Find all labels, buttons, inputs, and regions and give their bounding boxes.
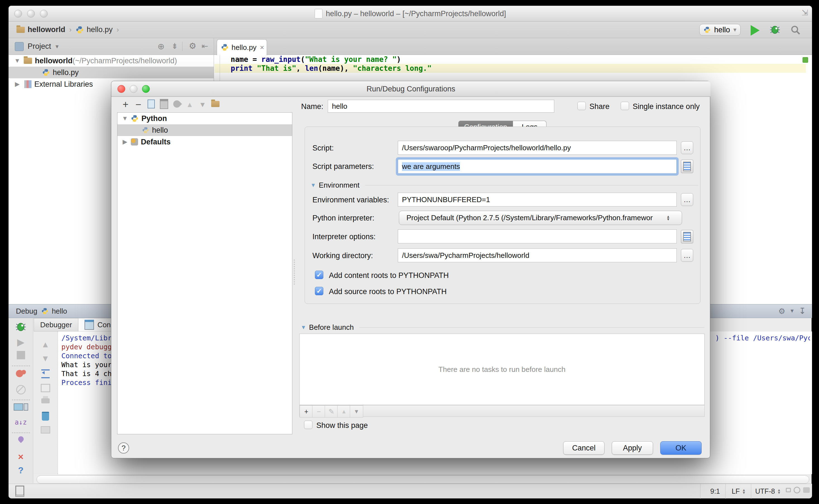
run-configuration-select[interactable]: hello ▾ <box>699 24 741 36</box>
python-interpreter-select[interactable]: Project Default (Python 2.7.5 (/System/L… <box>399 211 682 225</box>
tab-debugger[interactable]: Debugger <box>34 318 78 331</box>
add-task-icon[interactable]: + <box>299 405 313 418</box>
script-field[interactable]: /Users/swaroop/PycharmProjects/helloworl… <box>398 141 677 155</box>
environment-section-header[interactable]: ▼ Environment <box>310 181 698 190</box>
chevron-down-icon[interactable]: ▾ <box>791 307 794 314</box>
stop-icon[interactable] <box>9 351 33 360</box>
tree-row-hello-py[interactable]: hello.py <box>9 67 214 78</box>
tree-row-project-root[interactable]: ▼ helloworld (~/PycharmProjects/hellowor… <box>9 55 214 67</box>
gear-icon[interactable]: ⚙ <box>189 41 196 51</box>
up-stack-frame-icon[interactable]: ▲ <box>33 340 57 349</box>
project-panel-title[interactable]: Project <box>28 42 51 51</box>
resize-icon[interactable]: ⇲ <box>802 8 808 17</box>
remove-task-icon[interactable]: − <box>312 405 325 418</box>
breadcrumb-file[interactable]: hello.py <box>87 25 113 34</box>
create-folder-icon[interactable] <box>209 101 222 108</box>
mute-breakpoints-icon[interactable] <box>9 385 33 396</box>
horizontal-scrollbar[interactable] <box>37 475 809 484</box>
inspection-status-indicator[interactable] <box>803 57 808 63</box>
dialog-help-button[interactable]: ? <box>118 442 129 454</box>
restore-layout-icon[interactable] <box>9 403 33 412</box>
script-parameters-field[interactable]: we are arguments <box>398 159 677 174</box>
pin-tab-icon[interactable] <box>9 436 33 443</box>
run-button[interactable] <box>751 25 760 36</box>
before-launch-section-header[interactable]: ▼ Before launch <box>301 323 704 332</box>
zoom-dialog-icon[interactable] <box>142 85 150 93</box>
print-icon[interactable] <box>33 398 57 404</box>
script-browse-button[interactable]: … <box>681 141 693 154</box>
breadcrumb-project[interactable]: helloworld <box>28 25 65 34</box>
section-collapse-icon[interactable]: ▼ <box>310 182 316 188</box>
help-icon[interactable]: ? <box>9 465 33 476</box>
hector-inspections-icon[interactable] <box>794 487 800 493</box>
editor-tab-hello-py[interactable]: hello.py × <box>217 39 267 55</box>
environment-browse-button[interactable]: … <box>681 193 693 206</box>
tree-row-hello-config[interactable]: hello <box>117 124 292 136</box>
search-icon[interactable] <box>790 25 801 35</box>
locate-file-icon[interactable]: ⊕ <box>158 42 165 51</box>
tree-collapsed-icon[interactable]: ▶ <box>120 138 130 146</box>
splitter-handle[interactable] <box>294 260 295 285</box>
down-stack-frame-icon[interactable]: ▼ <box>33 354 57 363</box>
debug-button[interactable] <box>769 25 781 35</box>
working-directory-browse-button[interactable]: … <box>681 249 693 262</box>
event-log-bubble-icon[interactable] <box>803 487 810 493</box>
dialog-titlebar[interactable]: Run/Debug Configurations <box>111 81 711 97</box>
close-tab-icon[interactable]: × <box>260 43 264 52</box>
move-up-icon[interactable]: ▲ <box>183 100 196 109</box>
chevron-down-icon[interactable]: ▾ <box>55 43 59 50</box>
collapse-all-icon[interactable]: ⇟ <box>171 42 178 51</box>
section-collapse-icon[interactable]: ▼ <box>301 324 306 331</box>
rerun-command-icon[interactable] <box>33 369 57 379</box>
copy-configuration-icon[interactable] <box>145 100 158 110</box>
expand-parameters-button[interactable] <box>681 160 693 173</box>
edit-defaults-icon[interactable] <box>170 100 183 109</box>
rerun-debug-icon[interactable] <box>9 322 33 332</box>
toolwindow-toggle-icon[interactable] <box>15 486 24 497</box>
remove-configuration-icon[interactable]: − <box>132 99 145 110</box>
show-this-page-checkbox[interactable] <box>304 421 312 429</box>
single-instance-checkbox[interactable] <box>621 102 629 110</box>
minimize-window-icon[interactable] <box>27 10 35 18</box>
gear-icon[interactable]: ⚙ <box>778 307 785 316</box>
caret-position[interactable]: 9:1 <box>710 487 720 495</box>
working-directory-field[interactable]: /Users/swa/PycharmProjects/helloworld <box>398 248 677 262</box>
move-task-up-icon[interactable]: ▲ <box>337 405 350 418</box>
edit-task-icon[interactable]: ✎ <box>325 405 338 418</box>
save-configuration-icon[interactable] <box>158 99 170 110</box>
tree-row-defaults[interactable]: ▶ Defaults <box>117 136 292 148</box>
interpreter-options-field[interactable] <box>398 229 677 243</box>
tree-expanded-icon[interactable]: ▼ <box>13 57 22 64</box>
move-task-down-icon[interactable]: ▼ <box>350 405 363 418</box>
lock-icon[interactable] <box>786 488 791 492</box>
ok-button[interactable]: OK <box>660 441 702 455</box>
resume-program-icon[interactable]: ▶ <box>9 336 33 348</box>
add-content-roots-checkbox[interactable]: ✓ <box>315 271 323 279</box>
line-ending-select[interactable]: LF▲▼ <box>732 487 746 495</box>
sort-alphabetically-icon[interactable]: a↓z <box>9 418 33 426</box>
soft-wrap-icon[interactable] <box>33 384 57 393</box>
show-command-line-icon[interactable] <box>33 426 57 435</box>
move-down-icon[interactable]: ▼ <box>196 100 209 109</box>
window-titlebar[interactable]: hello.py – helloworld – [~/PycharmProjec… <box>9 6 812 21</box>
expand-options-button[interactable] <box>681 230 693 243</box>
encoding-select[interactable]: UTF-8▲▼ <box>755 487 781 495</box>
close-window-icon[interactable] <box>14 10 22 18</box>
tree-expanded-icon[interactable]: ▼ <box>120 115 130 122</box>
tree-collapsed-icon[interactable]: ▶ <box>13 81 22 88</box>
add-source-roots-checkbox[interactable]: ✓ <box>315 287 323 295</box>
close-toolwindow-icon[interactable]: × <box>9 451 33 462</box>
close-dialog-icon[interactable] <box>117 85 125 93</box>
share-checkbox[interactable] <box>578 102 586 110</box>
dock-panel-icon[interactable]: ⇤ <box>202 42 208 51</box>
before-launch-tasks-panel[interactable]: There are no tasks to run before launch <box>299 334 705 405</box>
environment-variables-field[interactable]: PYTHONUNBUFFERED=1 <box>398 193 677 207</box>
tree-row-python-type[interactable]: ▼ Python <box>117 113 292 124</box>
apply-button[interactable]: Apply <box>612 441 653 455</box>
view-breakpoints-icon[interactable] <box>9 370 33 378</box>
clear-console-icon[interactable] <box>33 412 57 422</box>
cancel-button[interactable]: Cancel <box>563 441 605 455</box>
hide-panel-icon[interactable]: ↧ <box>799 306 806 316</box>
add-configuration-icon[interactable]: + <box>119 99 132 110</box>
name-field[interactable]: hello <box>328 100 554 113</box>
